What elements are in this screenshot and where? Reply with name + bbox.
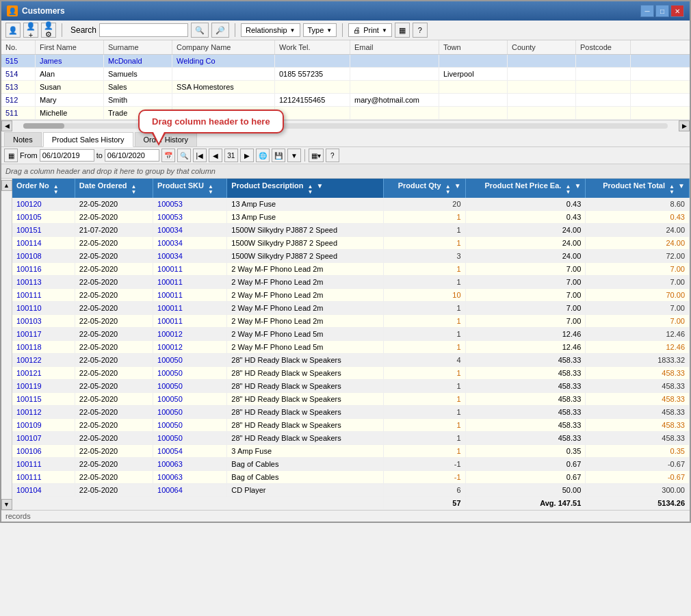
search-sub-btn[interactable]: 🔍 (177, 149, 191, 162)
cell-company: SSA Homestores (172, 81, 275, 93)
cell-surname: Trade (104, 107, 172, 119)
detail-row[interactable]: 100106 22-05-2020 100054 3 Amp Fuse 1 0.… (12, 445, 690, 458)
sub-grid-btn[interactable]: ▦ (4, 149, 18, 162)
cell-desc: Bag of Cables (227, 458, 383, 471)
customer-row-514[interactable]: 514 Alan Samuels 0185 557235 Liverpool (1, 68, 690, 81)
detail-row[interactable]: 100151 21-07-2020 100034 1500W Silkydry … (12, 224, 690, 237)
cell-date: 22-05-2020 (75, 250, 153, 263)
detail-row[interactable]: 100115 22-05-2020 100050 28" HD Ready Bl… (12, 393, 690, 406)
customer-row-512[interactable]: 512 Mary Smith 12124155465 mary@hotmail.… (1, 94, 690, 107)
close-button[interactable]: ✕ (670, 5, 684, 17)
cell-qty: 1 (383, 432, 465, 445)
settings-btn[interactable]: 👤⚙ (41, 23, 56, 38)
main-toolbar: 👤 👤+ 👤⚙ Search 🔍 🔎 Relationship ▼ Type ▼… (1, 21, 690, 40)
cell-order-no: 100120 (12, 198, 75, 211)
grid-toggle-btn[interactable]: ▦▾ (309, 149, 324, 162)
detail-row[interactable]: 100122 22-05-2020 100050 28" HD Ready Bl… (12, 354, 690, 367)
cell-price: 458.33 (465, 380, 586, 393)
cell-email (350, 68, 439, 80)
detail-row[interactable]: 100114 22-05-2020 100034 1500W Silkydry … (12, 237, 690, 250)
customer-row-511[interactable]: 511 Michelle Trade (1, 107, 690, 120)
cell-date: 22-05-2020 (75, 380, 153, 393)
detail-row[interactable]: 100113 22-05-2020 100011 2 Way M-F Phono… (12, 276, 690, 289)
detail-row[interactable]: 100118 22-05-2020 100012 2 Way M-F Phono… (12, 341, 690, 354)
cell-total: 8.60 (586, 198, 690, 211)
date-to-input[interactable] (105, 149, 159, 162)
cell-desc: 3 Amp Fuse (227, 445, 383, 458)
search-go-btn[interactable]: 🔍 (191, 23, 209, 38)
cell-order-no: 100104 (12, 484, 75, 497)
detail-row[interactable]: 100111 22-05-2020 100063 Bag of Cables -… (12, 458, 690, 471)
cell-order-no: 100111 (12, 289, 75, 302)
detail-row[interactable]: 100109 22-05-2020 100050 28" HD Ready Bl… (12, 419, 690, 432)
detail-row[interactable]: 100121 22-05-2020 100050 28" HD Ready Bl… (12, 367, 690, 380)
detail-row[interactable]: 100108 22-05-2020 100034 1500W Silkydry … (12, 250, 690, 263)
detail-row[interactable]: 100104 22-05-2020 100064 CD Player 6 50.… (12, 484, 690, 497)
date-from-input[interactable] (40, 149, 94, 162)
dropdown-sub-btn[interactable]: ▼ (287, 149, 301, 162)
cell-total: -0.67 (586, 471, 690, 484)
customers-scrollbar[interactable]: ◀ ▶ (1, 120, 690, 131)
add-user-btn[interactable]: 👤+ (23, 23, 38, 38)
cell-total: 7.00 (586, 263, 690, 276)
save-btn[interactable]: 💾 (272, 149, 285, 162)
detail-row[interactable]: 100103 22-05-2020 100011 2 Way M-F Phono… (12, 315, 690, 328)
help-sub-btn[interactable]: ? (326, 149, 339, 162)
nav-prev-btn[interactable]: ◀ (209, 149, 222, 162)
cell-order-no: 100114 (12, 237, 75, 250)
cell-total: 7.00 (586, 315, 690, 328)
detail-row[interactable]: 100116 22-05-2020 100011 2 Way M-F Phono… (12, 263, 690, 276)
scrollbar-thumb[interactable] (23, 123, 64, 129)
globe-btn[interactable]: 🌐 (256, 149, 270, 162)
cell-desc: 13 Amp Fuse (227, 198, 383, 211)
th-product-sku[interactable]: Product SKU ▲▼ (153, 179, 227, 198)
type-dropdown[interactable]: Type ▼ (303, 23, 337, 37)
cell-sku: 100063 (153, 458, 227, 471)
th-date-ordered[interactable]: Date Ordered ▲▼ (75, 179, 153, 198)
title-bar-left: 👤 Customers (7, 5, 65, 16)
print-dropdown[interactable]: 🖨 Print ▼ (348, 23, 392, 37)
grid-view-btn[interactable]: ▦ (395, 23, 410, 38)
detail-row[interactable]: 100111 22-05-2020 100011 2 Way M-F Phono… (12, 289, 690, 302)
detail-row[interactable]: 100112 22-05-2020 100050 28" HD Ready Bl… (12, 406, 690, 419)
detail-row[interactable]: 100111 22-05-2020 100063 Bag of Cables -… (12, 471, 690, 484)
scroll-down-btn[interactable]: ▼ (1, 499, 12, 510)
detail-row[interactable]: 100107 22-05-2020 100050 28" HD Ready Bl… (12, 432, 690, 445)
help-btn[interactable]: ? (413, 23, 428, 38)
detail-row[interactable]: 100105 22-05-2020 100053 13 Amp Fuse 1 0… (12, 211, 690, 224)
detail-row[interactable]: 100117 22-05-2020 100012 2 Way M-F Phono… (12, 328, 690, 341)
tab-notes[interactable]: Notes (4, 132, 42, 146)
cell-sku: 100050 (153, 380, 227, 393)
left-scroll-bar: ▲ ▼ (1, 179, 12, 510)
customer-row-513[interactable]: 513 Susan Sales SSA Homestores (1, 81, 690, 94)
customer-row-515[interactable]: 515 James McDonald Welding Co (1, 55, 690, 68)
cell-desc: 28" HD Ready Black w Speakers (227, 406, 383, 419)
nav-page-btn[interactable]: 31 (224, 149, 238, 162)
th-product-qty[interactable]: Product Qty ▲▼ ▼ (383, 179, 465, 198)
search-extra-btn[interactable]: 🔎 (211, 23, 229, 38)
th-order-no[interactable]: Order No ▲▼ (12, 179, 75, 198)
th-net-total[interactable]: Product Net Total ▲▼ ▼ (586, 179, 690, 198)
detail-row[interactable]: 100119 22-05-2020 100050 28" HD Ready Bl… (12, 380, 690, 393)
detail-row[interactable]: 100120 22-05-2020 100053 13 Amp Fuse 20 … (12, 198, 690, 211)
cell-price: 24.00 (465, 237, 586, 250)
cell-county (508, 55, 576, 67)
scroll-left-btn[interactable]: ◀ (1, 120, 12, 131)
th-product-desc[interactable]: Product Description ▲▼ ▼ (227, 179, 383, 198)
tab-product-sales-history[interactable]: Product Sales History (43, 132, 133, 147)
cell-date: 22-05-2020 (75, 237, 153, 250)
detail-row[interactable]: 100110 22-05-2020 100011 2 Way M-F Phono… (12, 302, 690, 315)
th-net-price[interactable]: Product Net Price Ea. ▲▼ ▼ (465, 179, 586, 198)
cell-date: 22-05-2020 (75, 211, 153, 224)
maximize-button[interactable]: □ (655, 5, 669, 17)
search-input[interactable] (99, 23, 188, 37)
user-icon-btn[interactable]: 👤 (5, 23, 21, 38)
nav-next-btn[interactable]: ▶ (240, 149, 254, 162)
calendar-btn[interactable]: 📅 (161, 149, 175, 162)
scroll-up-btn[interactable]: ▲ (1, 180, 12, 191)
scroll-right-btn[interactable]: ▶ (679, 120, 690, 131)
relationship-dropdown[interactable]: Relationship ▼ (241, 23, 300, 37)
nav-first-btn[interactable]: |◀ (193, 149, 207, 162)
minimize-button[interactable]: ─ (640, 5, 654, 17)
tab-order-history[interactable]: Order History (135, 132, 197, 146)
